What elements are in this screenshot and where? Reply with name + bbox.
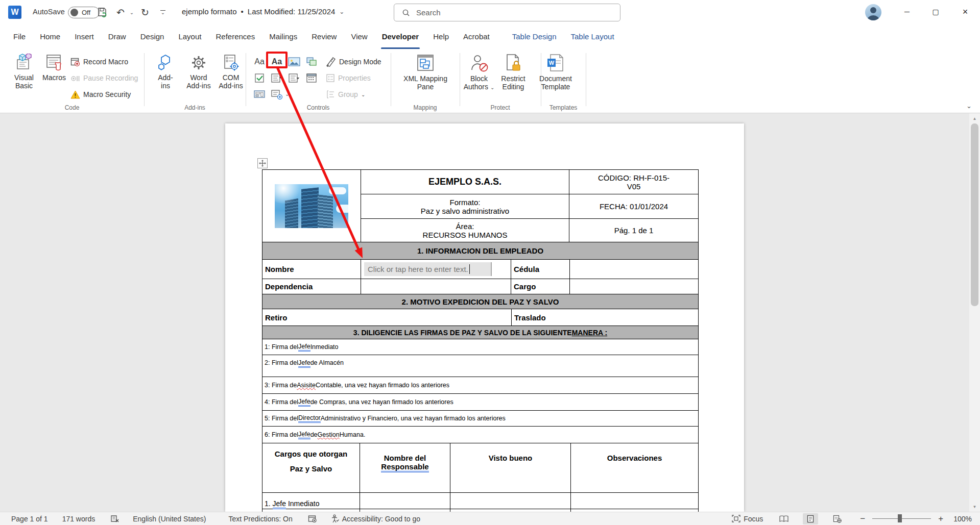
collapse-ribbon-button[interactable]: ⌄ xyxy=(966,102,972,110)
com-addins-label-2: Add-ins xyxy=(219,82,243,90)
xml-mapping-pane-button[interactable]: XML MappingPane xyxy=(405,54,445,91)
tab-layout[interactable]: Layout xyxy=(171,24,208,50)
group-divider xyxy=(460,53,460,106)
word-count[interactable]: 171 words xyxy=(62,515,95,523)
macros-button[interactable]: Macros xyxy=(41,54,67,82)
repeating-section-content-control-button[interactable] xyxy=(270,88,284,101)
retiro-row: Retiro Traslado xyxy=(262,309,698,326)
zoom-level[interactable]: 100% xyxy=(953,515,972,523)
block-authors-button[interactable]: Block Authors ⌄ xyxy=(463,54,495,92)
rich-text-content-control-button[interactable]: Aa xyxy=(252,55,267,68)
sign-row1-nombre-cell[interactable] xyxy=(360,493,450,509)
block-authors-label-2: Authors xyxy=(464,83,488,91)
tab-draw[interactable]: Draw xyxy=(101,24,133,50)
accessibility-status[interactable]: Accessibility: Good to go xyxy=(330,514,420,523)
macro-recording-indicator[interactable] xyxy=(308,515,317,523)
tab-home[interactable]: Home xyxy=(33,24,67,50)
document-title-dropdown[interactable]: ejemplo formato • Last Modified: 11/25/2… xyxy=(182,7,344,16)
visual-basic-button[interactable]: VisualBasic xyxy=(9,54,39,90)
word-addins-button[interactable]: WordAdd-ins xyxy=(183,54,214,90)
dependencia-row: Dependencia Cargo xyxy=(262,279,698,294)
spelling-marked-text: Asisite xyxy=(297,382,316,389)
undo-button[interactable]: ↶ xyxy=(114,5,127,19)
record-macro-button[interactable]: Record Macro xyxy=(70,56,128,68)
nombre-content-control[interactable]: Click or tap here to enter text. xyxy=(364,262,492,276)
cargo-field-cell[interactable] xyxy=(570,279,698,294)
building-block-gallery-control-button[interactable] xyxy=(304,55,319,68)
sign-row1-obs-cell[interactable] xyxy=(571,493,698,509)
proofing-status[interactable] xyxy=(110,515,119,523)
text-predictions-indicator[interactable]: Text Predictions: On xyxy=(228,515,292,523)
traslado-cell[interactable]: Traslado xyxy=(512,309,698,326)
close-button[interactable]: × xyxy=(950,0,980,23)
addins-button[interactable]: Add-ins xyxy=(151,54,180,90)
undo-dropdown[interactable]: ⌄ xyxy=(128,5,136,19)
title-separator: • xyxy=(241,7,244,16)
word-addins-label: Word xyxy=(190,73,207,82)
record-macro-icon xyxy=(70,57,80,67)
restrict-editing-button[interactable]: RestrictEditing xyxy=(498,54,528,91)
tab-view[interactable]: View xyxy=(344,24,374,50)
tab-file[interactable]: File xyxy=(6,24,33,50)
tab-mailings[interactable]: Mailings xyxy=(262,24,304,50)
properties-button: Properties xyxy=(326,72,371,84)
language-indicator[interactable]: English (United States) xyxy=(133,515,206,523)
print-layout-button[interactable] xyxy=(803,513,818,524)
page-indicator-label: Page 1 of 1 xyxy=(11,515,48,523)
word-logo[interactable]: W xyxy=(8,6,21,19)
macro-security-button[interactable]: Macro Security xyxy=(70,88,131,101)
tab-references[interactable]: References xyxy=(208,24,262,50)
tab-design[interactable]: Design xyxy=(133,24,172,50)
focus-mode-button[interactable]: Focus xyxy=(732,515,763,523)
checkbox-content-control-button[interactable] xyxy=(252,71,267,85)
scroll-down-arrow[interactable]: ▼ xyxy=(969,503,980,511)
retiro-cell[interactable]: Retiro xyxy=(262,309,512,326)
tab-table-layout[interactable]: Table Layout xyxy=(563,24,621,50)
tab-table-design[interactable]: Table Design xyxy=(505,24,564,50)
tab-developer[interactable]: Developer xyxy=(375,24,426,50)
legacy-tools-button[interactable] xyxy=(252,88,267,101)
date-picker-content-control-button[interactable] xyxy=(304,71,319,85)
com-addins-button[interactable]: COMAdd-ins xyxy=(217,54,245,90)
document-template-button[interactable]: W DocumentTemplate xyxy=(535,54,576,91)
save-button[interactable] xyxy=(95,5,109,19)
date-picker-control-icon xyxy=(306,73,317,83)
picture-content-control-button[interactable] xyxy=(287,55,301,68)
text-segment: de Almacén xyxy=(310,359,344,366)
formato-value: Paz y salvo administrativo xyxy=(421,207,509,215)
account-avatar[interactable] xyxy=(865,4,881,20)
tab-insert[interactable]: Insert xyxy=(67,24,101,50)
tab-review[interactable]: Review xyxy=(304,24,344,50)
page-indicator[interactable]: Page 1 of 1 xyxy=(11,515,48,523)
group-label: Group xyxy=(338,90,358,98)
zoom-in-button[interactable]: + xyxy=(938,514,943,524)
search-input[interactable]: Search xyxy=(394,4,620,21)
customize-quick-access-toolbar-button[interactable]: ⌄ xyxy=(157,5,169,19)
dropdown-list-content-control-button[interactable] xyxy=(287,71,301,85)
dependencia-field-cell[interactable] xyxy=(361,279,511,294)
document-canvas: EJEMPLO S.A.S. CÓDIGO: RH-F-015- V05 For… xyxy=(0,113,980,512)
vertical-scrollbar[interactable]: ▲ ▼ xyxy=(969,113,980,512)
status-bar: Page 1 of 1 171 words English (United St… xyxy=(0,512,980,525)
tab-help[interactable]: Help xyxy=(426,24,456,50)
sign-row1-visto-cell[interactable] xyxy=(450,493,571,509)
tab-acrobat[interactable]: Acrobat xyxy=(456,24,497,50)
design-mode-button[interactable]: Design Mode xyxy=(326,56,381,68)
redo-button[interactable]: ↻ xyxy=(139,5,151,19)
read-mode-button[interactable] xyxy=(776,513,792,524)
zoom-slider-thumb[interactable] xyxy=(898,514,902,522)
maximize-button[interactable]: ▢ xyxy=(922,0,949,23)
print-layout-icon xyxy=(807,515,814,523)
arrow-down-icon: ▼ xyxy=(973,505,977,509)
combo-box-content-control-button[interactable] xyxy=(270,71,284,85)
zoom-out-button[interactable]: − xyxy=(860,514,865,524)
web-layout-button[interactable] xyxy=(829,513,845,524)
zoom-slider[interactable] xyxy=(872,518,931,519)
scroll-up-arrow[interactable]: ▲ xyxy=(969,114,980,122)
cedula-field-cell[interactable] xyxy=(570,260,698,279)
table-move-handle[interactable] xyxy=(257,158,268,168)
scrollbar-thumb[interactable] xyxy=(971,123,978,306)
chevron-down-icon[interactable]: ⌄ xyxy=(285,91,289,97)
repeating-section-control-icon xyxy=(271,89,282,99)
minimize-button[interactable]: ─ xyxy=(893,0,921,23)
